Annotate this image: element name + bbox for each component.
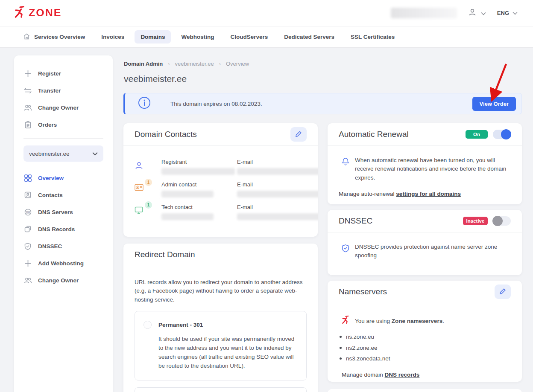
language-selector[interactable]: ENG: [497, 10, 518, 16]
contact-row-admin: 1 Admin contact E-mail: [135, 181, 307, 197]
domain-selector[interactable]: veebimeister.ee: [23, 145, 103, 162]
dnssec-toggle[interactable]: [493, 216, 511, 226]
breadcrumb-overview: Overview: [226, 61, 249, 67]
sidebar: Register Transfer Change Owner Orders ve…: [14, 55, 113, 392]
nav-label: Dedicated Servers: [284, 34, 334, 40]
person-icon: [468, 8, 477, 18]
redacted-contact-name: [161, 213, 214, 220]
contact-type-label: Admin contact: [161, 181, 237, 188]
settings-for-all-domains-link[interactable]: settings for all domains: [396, 191, 461, 197]
main-navigation: Services Overview Invoices Domains Webho…: [0, 26, 533, 48]
dns-records-link[interactable]: DNS records: [385, 372, 420, 378]
manage-renewal-text: Manage auto-renewal: [339, 191, 395, 197]
sidebar-item-register[interactable]: Register: [23, 65, 103, 82]
domain-contacts-card: Domain Contacts Registrant E-mail: [123, 123, 318, 237]
nav-cloudservers[interactable]: CloudServers: [224, 30, 274, 44]
sidebar-item-dns-records[interactable]: DNS Records: [23, 221, 103, 238]
chevron-down-icon: [512, 10, 518, 16]
pencil-icon: [295, 131, 302, 139]
redacted-contact-email: [237, 213, 318, 220]
people-icon: [23, 277, 32, 284]
breadcrumb-domain-admin[interactable]: Domain Admin: [124, 61, 163, 67]
sidebar-item-overview[interactable]: Overview: [23, 169, 103, 186]
chevron-down-icon: [92, 151, 98, 157]
sidebar-item-dnssec[interactable]: DNSSEC: [23, 238, 103, 255]
nav-label: Services Overview: [34, 34, 85, 40]
chevron-right-icon: ›: [219, 61, 221, 67]
user-menu[interactable]: [468, 8, 486, 18]
card-title: Domain Contacts: [135, 130, 197, 139]
chevron-right-icon: ›: [168, 61, 170, 67]
option-description: It should be used if your site was perma…: [158, 335, 299, 371]
nav-invoices[interactable]: Invoices: [95, 30, 130, 44]
home-icon: [23, 33, 30, 41]
card-title: DNSSEC: [339, 216, 372, 226]
edit-nameservers-button[interactable]: [495, 285, 511, 299]
sidebar-item-change-owner-2[interactable]: Change Owner: [23, 272, 103, 289]
sidebar-item-label: Change Owner: [38, 105, 79, 111]
redacted-contact-name: [161, 191, 214, 197]
chevron-down-icon: [481, 9, 486, 17]
redacted-contact-email: [237, 168, 318, 175]
view-order-button[interactable]: View Order: [472, 97, 516, 111]
contact-row-tech: 1 Tech contact E-mail: [135, 204, 307, 220]
redirect-option-301: Permanent - 301 It should be used if you…: [135, 311, 307, 380]
nav-label: Invoices: [101, 34, 124, 40]
nav-label: SSL Certificates: [351, 34, 395, 40]
sidebar-item-label: DNSSEC: [38, 243, 62, 250]
banner-message: This domain expires on 08.02.2023.: [170, 101, 472, 107]
nav-ssl-certificates[interactable]: SSL Certificates: [345, 30, 401, 44]
nameserver-item: ns3.zonedata.net: [339, 354, 511, 363]
plus-icon: [23, 70, 32, 77]
dnssec-card: DNSSEC Inactive DNSSEC provides protecti…: [328, 210, 522, 275]
pencil-icon: [499, 288, 506, 296]
sidebar-item-contacts[interactable]: Contacts: [23, 186, 103, 203]
language-label: ENG: [497, 10, 509, 16]
next-card-stub: [328, 389, 522, 392]
nav-dedicated-servers[interactable]: Dedicated Servers: [278, 30, 340, 44]
sidebar-item-dns-servers[interactable]: DNS DNS Servers: [23, 203, 103, 221]
sidebar-item-add-webhosting[interactable]: Add Webhosting: [23, 255, 103, 272]
transfer-arrows-icon: [23, 87, 32, 94]
sidebar-item-orders[interactable]: Orders: [23, 116, 103, 133]
nav-services-overview[interactable]: Services Overview: [17, 29, 91, 45]
grid-icon: [23, 174, 32, 182]
plus-icon: [23, 260, 32, 267]
sidebar-item-label: Orders: [38, 122, 57, 128]
nameserver-item: ns2.zone.ee: [339, 344, 511, 352]
sidebar-item-label: DNS Servers: [38, 209, 73, 215]
runner-icon: [14, 6, 25, 20]
svg-text:DNS: DNS: [26, 211, 29, 213]
redirect-description: URL records allow you to redirect your d…: [135, 278, 303, 304]
redacted-username: [391, 8, 457, 18]
contact-count-badge: 1: [145, 201, 152, 209]
sidebar-item-transfer[interactable]: Transfer: [23, 82, 103, 99]
nav-domains[interactable]: Domains: [135, 30, 171, 44]
monitor-icon: [135, 208, 143, 215]
breadcrumb: Domain Admin › veebimeister.ee › Overvie…: [124, 61, 249, 67]
contact-card-icon: [23, 192, 32, 198]
auto-renewal-toggle[interactable]: [493, 130, 511, 139]
nav-webhosting[interactable]: Webhosting: [175, 30, 220, 44]
id-card-icon: [135, 185, 144, 192]
nav-label: Domains: [141, 34, 165, 40]
email-label: E-mail: [237, 181, 318, 188]
radio-permanent-301[interactable]: [144, 321, 152, 329]
person-icon: [135, 164, 144, 171]
shield-check-icon: [342, 243, 349, 260]
option-label: Permanent - 301: [158, 321, 203, 329]
clipboard-icon: [23, 121, 32, 128]
card-title: Nameservers: [339, 287, 387, 296]
layers-icon: [23, 226, 32, 232]
sidebar-item-label: Add Webhosting: [38, 260, 84, 267]
manage-domain-text: Manage domain: [342, 372, 383, 378]
contact-type-label: Registrant: [161, 159, 237, 165]
breadcrumb-domain[interactable]: veebimeister.ee: [175, 61, 214, 67]
sidebar-item-label: Register: [38, 70, 61, 77]
zone-logo[interactable]: zone: [14, 6, 62, 20]
contact-row-registrant: Registrant E-mail: [135, 159, 307, 175]
edit-contacts-button[interactable]: [290, 127, 307, 142]
app-header: zone ENG: [0, 0, 533, 26]
sidebar-item-change-owner[interactable]: Change Owner: [23, 99, 103, 116]
nameserver-item: ns.zone.eu: [339, 333, 511, 341]
